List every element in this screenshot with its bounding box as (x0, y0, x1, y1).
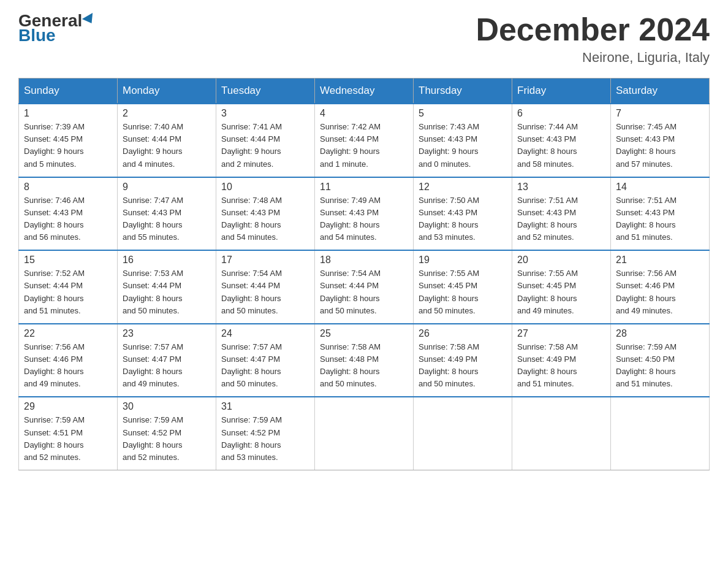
day-number: 25 (320, 328, 408, 339)
table-row: 1 Sunrise: 7:39 AM Sunset: 4:45 PM Dayli… (19, 104, 118, 177)
day-info: Sunrise: 7:46 AM Sunset: 4:43 PM Dayligh… (24, 194, 112, 244)
header-thursday: Thursday (414, 79, 512, 104)
table-row: 28 Sunrise: 7:59 AM Sunset: 4:50 PM Dayl… (611, 324, 710, 397)
day-info: Sunrise: 7:59 AM Sunset: 4:52 PM Dayligh… (221, 414, 309, 464)
day-info: Sunrise: 7:59 AM Sunset: 4:51 PM Dayligh… (24, 414, 112, 464)
calendar-table: Sunday Monday Tuesday Wednesday Thursday… (18, 78, 710, 470)
table-row: 13 Sunrise: 7:51 AM Sunset: 4:43 PM Dayl… (512, 177, 611, 251)
day-info: Sunrise: 7:55 AM Sunset: 4:45 PM Dayligh… (517, 267, 605, 317)
day-info: Sunrise: 7:53 AM Sunset: 4:44 PM Dayligh… (123, 267, 211, 317)
table-row: 14 Sunrise: 7:51 AM Sunset: 4:43 PM Dayl… (611, 177, 710, 251)
day-info: Sunrise: 7:50 AM Sunset: 4:43 PM Dayligh… (419, 194, 507, 244)
week-row: 22 Sunrise: 7:56 AM Sunset: 4:46 PM Dayl… (19, 324, 710, 397)
month-title: December 2024 (476, 12, 710, 47)
week-row: 1 Sunrise: 7:39 AM Sunset: 4:45 PM Dayli… (19, 104, 710, 177)
day-info: Sunrise: 7:48 AM Sunset: 4:43 PM Dayligh… (221, 194, 309, 244)
header-tuesday: Tuesday (216, 79, 315, 104)
day-info: Sunrise: 7:58 AM Sunset: 4:49 PM Dayligh… (517, 341, 605, 391)
table-row: 11 Sunrise: 7:49 AM Sunset: 4:43 PM Dayl… (315, 177, 414, 251)
day-number: 11 (320, 182, 408, 193)
table-row: 19 Sunrise: 7:55 AM Sunset: 4:45 PM Dayl… (414, 250, 512, 324)
day-info: Sunrise: 7:47 AM Sunset: 4:43 PM Dayligh… (123, 194, 211, 244)
day-info: Sunrise: 7:54 AM Sunset: 4:44 PM Dayligh… (320, 267, 408, 317)
day-info: Sunrise: 7:57 AM Sunset: 4:47 PM Dayligh… (221, 341, 309, 391)
table-row: 27 Sunrise: 7:58 AM Sunset: 4:49 PM Dayl… (512, 324, 611, 397)
day-number: 2 (123, 108, 211, 119)
header-sunday: Sunday (19, 79, 118, 104)
table-row: 30 Sunrise: 7:59 AM Sunset: 4:52 PM Dayl… (118, 397, 216, 470)
header-monday: Monday (118, 79, 216, 104)
day-info: Sunrise: 7:43 AM Sunset: 4:43 PM Dayligh… (419, 121, 507, 170)
day-number: 28 (616, 328, 704, 339)
logo: General Blue (18, 12, 96, 44)
table-row: 31 Sunrise: 7:59 AM Sunset: 4:52 PM Dayl… (216, 397, 315, 470)
day-info: Sunrise: 7:51 AM Sunset: 4:43 PM Dayligh… (616, 194, 704, 244)
day-number: 17 (221, 255, 309, 266)
day-number: 15 (24, 255, 112, 266)
calendar-header-row: Sunday Monday Tuesday Wednesday Thursday… (19, 79, 710, 104)
table-row: 3 Sunrise: 7:41 AM Sunset: 4:44 PM Dayli… (216, 104, 315, 177)
table-row: 17 Sunrise: 7:54 AM Sunset: 4:44 PM Dayl… (216, 250, 315, 324)
day-number: 6 (517, 108, 605, 119)
day-info: Sunrise: 7:41 AM Sunset: 4:44 PM Dayligh… (221, 121, 309, 170)
day-info: Sunrise: 7:59 AM Sunset: 4:50 PM Dayligh… (616, 341, 704, 391)
day-info: Sunrise: 7:51 AM Sunset: 4:43 PM Dayligh… (517, 194, 605, 244)
table-row (315, 397, 414, 470)
day-info: Sunrise: 7:40 AM Sunset: 4:44 PM Dayligh… (123, 121, 211, 170)
table-row: 7 Sunrise: 7:45 AM Sunset: 4:43 PM Dayli… (611, 104, 710, 177)
table-row: 21 Sunrise: 7:56 AM Sunset: 4:46 PM Dayl… (611, 250, 710, 324)
day-info: Sunrise: 7:55 AM Sunset: 4:45 PM Dayligh… (419, 267, 507, 317)
table-row: 5 Sunrise: 7:43 AM Sunset: 4:43 PM Dayli… (414, 104, 512, 177)
page-header: General Blue December 2024 Neirone, Ligu… (18, 12, 710, 66)
table-row: 20 Sunrise: 7:55 AM Sunset: 4:45 PM Dayl… (512, 250, 611, 324)
title-section: December 2024 Neirone, Liguria, Italy (476, 12, 710, 66)
day-number: 30 (123, 401, 211, 412)
day-info: Sunrise: 7:44 AM Sunset: 4:43 PM Dayligh… (517, 121, 605, 170)
day-info: Sunrise: 7:58 AM Sunset: 4:49 PM Dayligh… (419, 341, 507, 391)
day-info: Sunrise: 7:39 AM Sunset: 4:45 PM Dayligh… (24, 121, 112, 170)
table-row: 24 Sunrise: 7:57 AM Sunset: 4:47 PM Dayl… (216, 324, 315, 397)
day-number: 19 (419, 255, 507, 266)
table-row: 18 Sunrise: 7:54 AM Sunset: 4:44 PM Dayl… (315, 250, 414, 324)
day-number: 9 (123, 182, 211, 193)
day-number: 7 (616, 108, 704, 119)
logo-blue: Blue (18, 27, 56, 44)
day-number: 26 (419, 328, 507, 339)
table-row: 6 Sunrise: 7:44 AM Sunset: 4:43 PM Dayli… (512, 104, 611, 177)
day-number: 5 (419, 108, 507, 119)
header-saturday: Saturday (611, 79, 710, 104)
day-info: Sunrise: 7:54 AM Sunset: 4:44 PM Dayligh… (221, 267, 309, 317)
day-number: 12 (419, 182, 507, 193)
header-friday: Friday (512, 79, 611, 104)
table-row: 4 Sunrise: 7:42 AM Sunset: 4:44 PM Dayli… (315, 104, 414, 177)
table-row: 23 Sunrise: 7:57 AM Sunset: 4:47 PM Dayl… (118, 324, 216, 397)
day-info: Sunrise: 7:58 AM Sunset: 4:48 PM Dayligh… (320, 341, 408, 391)
table-row: 9 Sunrise: 7:47 AM Sunset: 4:43 PM Dayli… (118, 177, 216, 251)
table-row: 25 Sunrise: 7:58 AM Sunset: 4:48 PM Dayl… (315, 324, 414, 397)
table-row: 8 Sunrise: 7:46 AM Sunset: 4:43 PM Dayli… (19, 177, 118, 251)
day-info: Sunrise: 7:56 AM Sunset: 4:46 PM Dayligh… (616, 267, 704, 317)
day-number: 22 (24, 328, 112, 339)
day-number: 27 (517, 328, 605, 339)
day-number: 3 (221, 108, 309, 119)
day-info: Sunrise: 7:45 AM Sunset: 4:43 PM Dayligh… (616, 121, 704, 170)
day-number: 1 (24, 108, 112, 119)
header-wednesday: Wednesday (315, 79, 414, 104)
day-info: Sunrise: 7:57 AM Sunset: 4:47 PM Dayligh… (123, 341, 211, 391)
day-number: 20 (517, 255, 605, 266)
table-row (512, 397, 611, 470)
day-number: 31 (221, 401, 309, 412)
week-row: 8 Sunrise: 7:46 AM Sunset: 4:43 PM Dayli… (19, 177, 710, 251)
table-row (611, 397, 710, 470)
table-row (414, 397, 512, 470)
day-number: 8 (24, 182, 112, 193)
day-info: Sunrise: 7:56 AM Sunset: 4:46 PM Dayligh… (24, 341, 112, 391)
day-number: 18 (320, 255, 408, 266)
day-number: 24 (221, 328, 309, 339)
day-number: 23 (123, 328, 211, 339)
table-row: 12 Sunrise: 7:50 AM Sunset: 4:43 PM Dayl… (414, 177, 512, 251)
day-info: Sunrise: 7:49 AM Sunset: 4:43 PM Dayligh… (320, 194, 408, 244)
table-row: 22 Sunrise: 7:56 AM Sunset: 4:46 PM Dayl… (19, 324, 118, 397)
day-number: 13 (517, 182, 605, 193)
day-number: 21 (616, 255, 704, 266)
